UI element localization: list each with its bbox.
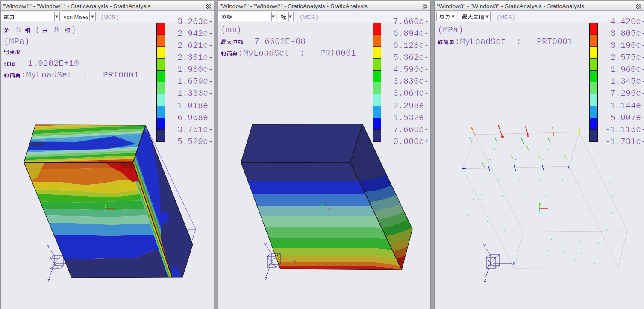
svg-text:Z: Z xyxy=(265,277,267,282)
svg-text:Z: Z xyxy=(484,278,486,283)
svg-text:Y: Y xyxy=(483,244,486,249)
svg-text:X: X xyxy=(512,261,515,266)
svg-text:Z: Z xyxy=(47,279,50,283)
svg-text:Y: Y xyxy=(47,244,50,249)
svg-text:X: X xyxy=(293,260,296,265)
svg-text:Y: Y xyxy=(264,243,267,247)
svg-text:X: X xyxy=(76,262,79,266)
